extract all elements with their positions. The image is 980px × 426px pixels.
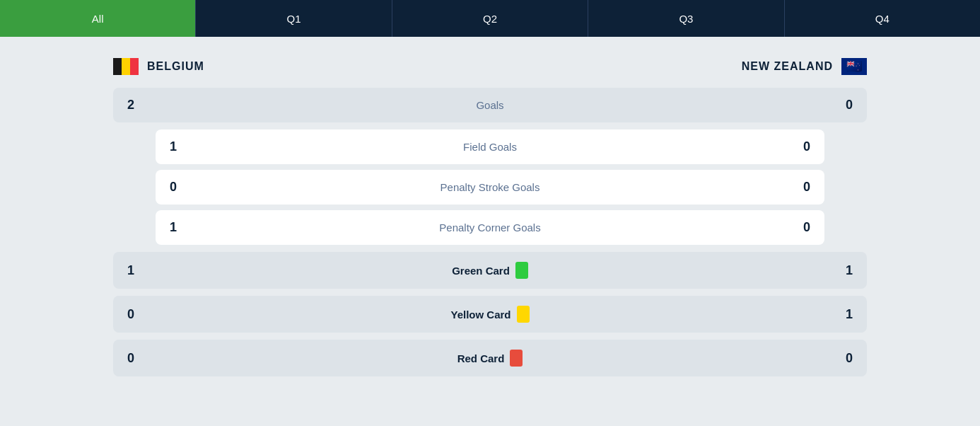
tab-q1-label: Q1 xyxy=(287,13,301,25)
tab-q2-label: Q2 xyxy=(483,13,497,25)
team-newzealand: NEW ZEALAND 🇳🇿 xyxy=(742,58,867,75)
penalty-stroke-newzealand: 0 xyxy=(782,180,810,195)
top-nav: All Q1 Q2 Q3 Q4 xyxy=(0,0,980,37)
goals-newzealand: 0 xyxy=(824,98,853,113)
penalty-corner-row: 1 Penalty Corner Goals 0 xyxy=(156,210,824,245)
red-card-icon xyxy=(510,350,523,367)
teams-row: BELGIUM NEW ZEALAND 🇳🇿 xyxy=(113,58,867,75)
green-card-label-group: Green Card xyxy=(156,262,824,279)
penalty-stroke-row: 0 Penalty Stroke Goals 0 xyxy=(156,170,824,205)
penalty-stroke-label: Penalty Stroke Goals xyxy=(198,181,782,193)
red-card-newzealand: 0 xyxy=(824,351,853,366)
newzealand-name: NEW ZEALAND xyxy=(742,60,833,73)
main-content: BELGIUM NEW ZEALAND 🇳🇿 2 Goals 0 1 Field… xyxy=(0,37,980,405)
belgium-flag xyxy=(113,58,139,75)
green-card-newzealand: 1 xyxy=(824,263,853,278)
tab-all-label: All xyxy=(92,13,104,25)
newzealand-flag: 🇳🇿 xyxy=(841,58,867,75)
tab-q2[interactable]: Q2 xyxy=(392,0,588,37)
tab-all[interactable]: All xyxy=(0,0,196,37)
yellow-card-label: Yellow Card xyxy=(450,309,511,321)
tab-q4[interactable]: Q4 xyxy=(785,0,980,37)
tab-q4-label: Q4 xyxy=(875,13,889,25)
tab-q3[interactable]: Q3 xyxy=(588,0,784,37)
green-card-label: Green Card xyxy=(452,265,510,277)
field-goals-belgium: 1 xyxy=(170,139,198,154)
yellow-card-newzealand: 1 xyxy=(824,307,853,322)
goals-sub-section: 1 Field Goals 0 0 Penalty Stroke Goals 0… xyxy=(156,129,824,245)
goals-row: 2 Goals 0 xyxy=(113,88,867,122)
tab-q1[interactable]: Q1 xyxy=(196,0,392,37)
belgium-name: BELGIUM xyxy=(147,60,204,73)
red-card-row: 0 Red Card 0 xyxy=(113,340,867,376)
yellow-card-belgium: 0 xyxy=(127,307,156,322)
penalty-corner-newzealand: 0 xyxy=(782,220,810,235)
goals-label: Goals xyxy=(156,99,824,111)
penalty-stroke-belgium: 0 xyxy=(170,180,198,195)
red-card-label-group: Red Card xyxy=(156,350,824,367)
tab-q3-label: Q3 xyxy=(679,13,693,25)
goals-belgium: 2 xyxy=(127,98,156,113)
green-card-row: 1 Green Card 1 xyxy=(113,252,867,289)
green-card-belgium: 1 xyxy=(127,263,156,278)
penalty-corner-label: Penalty Corner Goals xyxy=(198,221,782,234)
penalty-corner-belgium: 1 xyxy=(170,220,198,235)
red-card-label: Red Card xyxy=(457,352,505,364)
field-goals-label: Field Goals xyxy=(198,141,782,153)
yellow-card-row: 0 Yellow Card 1 xyxy=(113,296,867,333)
yellow-card-icon xyxy=(517,306,530,323)
field-goals-newzealand: 0 xyxy=(782,139,810,154)
team-belgium: BELGIUM xyxy=(113,58,204,75)
red-card-belgium: 0 xyxy=(127,351,156,366)
green-card-icon xyxy=(515,262,528,279)
field-goals-row: 1 Field Goals 0 xyxy=(156,129,824,164)
yellow-card-label-group: Yellow Card xyxy=(156,306,824,323)
